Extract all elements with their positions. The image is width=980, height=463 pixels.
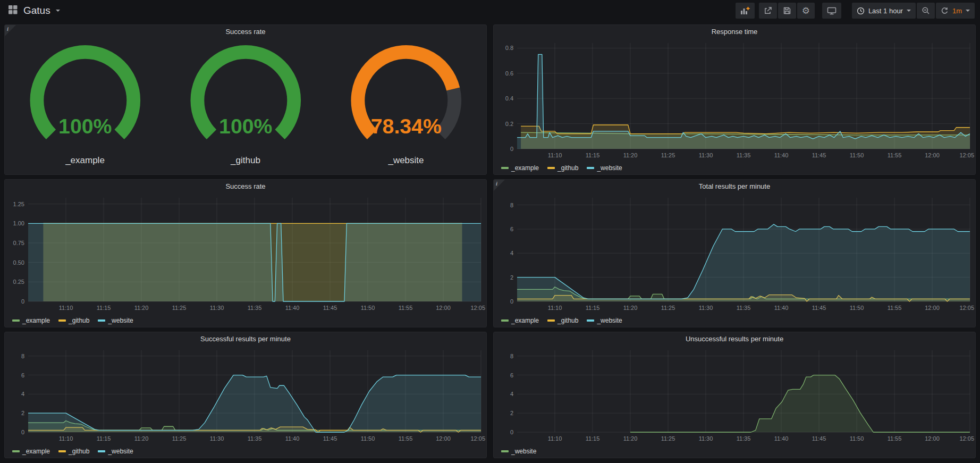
svg-text:11:20: 11:20 — [623, 152, 638, 158]
refresh-icon — [941, 7, 949, 15]
response-time-chart[interactable]: 00.20.40.60.811:1011:1511:2011:2511:3011… — [494, 39, 975, 162]
svg-text:11:35: 11:35 — [248, 305, 262, 311]
legend-label: _github — [557, 164, 578, 172]
svg-text:0.4: 0.4 — [505, 95, 513, 102]
svg-text:11:55: 11:55 — [888, 305, 902, 311]
legend-item[interactable]: _website — [98, 448, 133, 455]
gauge-value: 100% — [219, 114, 272, 138]
svg-text:4: 4 — [510, 391, 513, 397]
legend-label: _website — [108, 317, 133, 324]
time-range-button[interactable]: Last 1 hour — [852, 3, 916, 19]
success-rate-chart[interactable]: 00.250.500.751.001.2511:1011:1511:2011:2… — [5, 193, 486, 314]
legend-item[interactable]: _example — [501, 317, 539, 324]
cycle-view-button[interactable] — [822, 3, 841, 19]
svg-text:0: 0 — [21, 298, 24, 305]
panel-title[interactable]: Successful results per minute — [5, 332, 486, 346]
svg-text:11:15: 11:15 — [586, 435, 600, 442]
svg-text:11:50: 11:50 — [361, 305, 375, 311]
panel-title[interactable]: Unsuccessful results per minute — [494, 332, 975, 346]
svg-text:11:55: 11:55 — [888, 435, 902, 442]
svg-text:12:05: 12:05 — [959, 305, 974, 311]
svg-text:0.6: 0.6 — [505, 70, 513, 77]
svg-text:11:10: 11:10 — [548, 435, 562, 442]
svg-text:1.00: 1.00 — [13, 220, 24, 226]
dashboard-title[interactable]: Gatus — [23, 5, 50, 16]
legend-label: _example — [22, 317, 50, 324]
panel-info-icon[interactable]: i — [494, 180, 505, 191]
successful-results-chart[interactable]: 0246811:1011:1511:2011:2511:3011:3511:40… — [5, 346, 486, 445]
svg-text:6: 6 — [21, 372, 24, 378]
panel-title[interactable]: Success rate — [5, 180, 486, 193]
svg-text:0.75: 0.75 — [13, 240, 24, 246]
legend-item[interactable]: _website — [98, 317, 133, 324]
legend-item[interactable]: _github — [58, 448, 89, 455]
refresh-button[interactable]: 1m — [936, 3, 975, 19]
chart-legend: _example_github_website — [494, 162, 975, 174]
time-range-label: Last 1 hour — [868, 7, 903, 15]
panel-response-time: Response time 00.20.40.60.811:1011:1511:… — [493, 24, 976, 175]
dashboard-grid-icon[interactable] — [7, 4, 18, 17]
svg-text:11:45: 11:45 — [323, 305, 337, 311]
legend-item[interactable]: _example — [12, 448, 50, 455]
legend-item[interactable]: _github — [547, 164, 578, 172]
svg-text:0.25: 0.25 — [13, 279, 24, 285]
panel-title[interactable]: Success rate — [5, 25, 486, 39]
svg-text:11:20: 11:20 — [134, 305, 149, 311]
svg-text:12:05: 12:05 — [959, 435, 974, 442]
panel-success-rate-gauges: i Success rate 100%_example100%_github78… — [4, 24, 487, 175]
chart-legend: _example_github_website — [5, 445, 486, 458]
legend-item[interactable]: _website — [587, 317, 622, 324]
chevron-down-icon — [966, 10, 970, 12]
svg-text:11:10: 11:10 — [59, 435, 73, 442]
svg-text:11:25: 11:25 — [661, 305, 675, 311]
legend-item[interactable]: _github — [547, 317, 578, 324]
svg-text:11:35: 11:35 — [737, 435, 751, 442]
panel-successful-results: Successful results per minute 0246811:10… — [4, 332, 487, 458]
chart-legend: _example_github_website — [494, 314, 975, 327]
svg-text:11:20: 11:20 — [623, 305, 638, 311]
svg-text:11:10: 11:10 — [548, 152, 562, 158]
svg-text:6: 6 — [510, 226, 513, 232]
legend-item[interactable]: _example — [12, 317, 50, 324]
add-panel-button[interactable] — [736, 3, 755, 19]
panel-title[interactable]: Total results per minute — [494, 180, 975, 193]
share-button[interactable] — [759, 3, 777, 19]
legend-label: _example — [22, 448, 50, 455]
legend-label: _website — [108, 448, 133, 455]
panel-success-rate-series: Success rate 00.250.500.751.001.2511:101… — [4, 179, 487, 327]
svg-text:11:10: 11:10 — [548, 305, 562, 311]
legend-item[interactable]: _website — [587, 164, 622, 172]
svg-text:11:35: 11:35 — [737, 152, 751, 158]
svg-text:0.8: 0.8 — [505, 45, 513, 51]
settings-button[interactable]: ⚙ — [797, 3, 815, 19]
legend-swatch — [501, 450, 509, 452]
gauge-label: _website — [388, 155, 424, 172]
svg-text:0: 0 — [510, 298, 513, 305]
unsuccessful-results-chart[interactable]: 0246811:1011:1511:2011:2511:3011:3511:40… — [494, 346, 975, 445]
svg-text:2: 2 — [510, 274, 513, 281]
panel-info-icon[interactable]: i — [5, 25, 16, 36]
save-button[interactable] — [778, 3, 796, 19]
legend-swatch — [501, 319, 509, 322]
svg-text:11:15: 11:15 — [97, 435, 111, 442]
svg-text:11:30: 11:30 — [699, 305, 713, 311]
svg-text:12:00: 12:00 — [436, 305, 451, 311]
panel-unsuccessful-results: Unsuccessful results per minute 0246811:… — [493, 332, 976, 458]
zoom-out-button[interactable] — [917, 3, 935, 19]
legend-item[interactable]: _website — [501, 448, 536, 455]
gauge-label: _example — [65, 155, 105, 172]
total-results-chart[interactable]: 0246811:1011:1511:2011:2511:3011:3511:40… — [494, 193, 975, 314]
svg-text:11:45: 11:45 — [812, 435, 826, 442]
legend-item[interactable]: _github — [58, 317, 89, 324]
legend-swatch — [501, 167, 509, 169]
svg-text:11:25: 11:25 — [661, 435, 675, 442]
legend-item[interactable]: _example — [501, 164, 539, 172]
svg-text:1.25: 1.25 — [13, 201, 24, 207]
legend-label: _example — [511, 164, 539, 172]
svg-text:4: 4 — [21, 391, 24, 397]
gauge-example: 100%_example — [5, 39, 165, 172]
svg-text:11:55: 11:55 — [399, 435, 413, 442]
panel-title[interactable]: Response time — [494, 25, 975, 39]
svg-text:11:40: 11:40 — [285, 305, 300, 311]
legend-label: _github — [69, 317, 89, 324]
